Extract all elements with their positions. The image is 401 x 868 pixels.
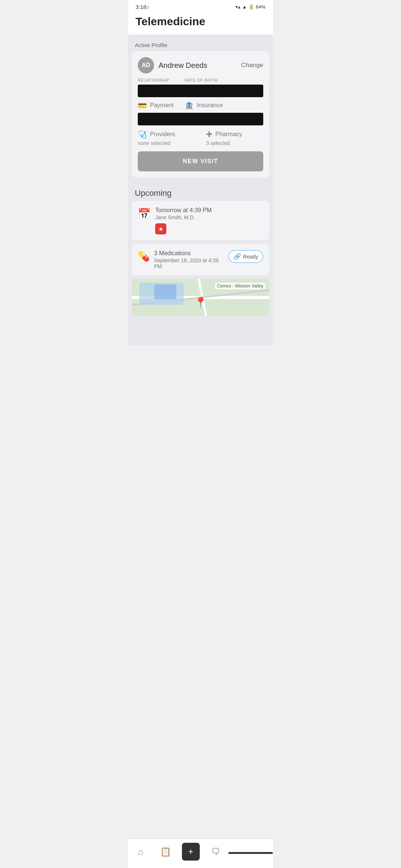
pharmacy-status: 3 selected xyxy=(206,140,263,146)
appointment-row: 📅 Tomorrow at 4:39 PM Jane Smith, M.D. ★ xyxy=(138,207,263,234)
signal-icon: ▲ xyxy=(242,4,247,10)
wifi-icon: ▾▴ xyxy=(235,4,241,10)
info-row: RELATIONSHIP DATE OF BIRTH xyxy=(138,78,263,97)
battery-percent: 64% xyxy=(256,4,265,10)
calendar-icon: 📅 xyxy=(138,208,151,220)
payment-icon: 💳 xyxy=(138,101,147,110)
medications-date: September 18, 2020 at 4:39 PM xyxy=(154,257,224,269)
avatar: AD xyxy=(138,57,154,73)
appointment-card[interactable]: 📅 Tomorrow at 4:39 PM Jane Smith, M.D. ★ xyxy=(132,201,269,240)
battery-icon: 🔋 xyxy=(248,4,254,10)
status-time: 3:18 xyxy=(136,4,146,10)
appointment-doctor: Jane Smith, M.D. xyxy=(155,214,263,220)
status-icons: ▾▴ ▲ 🔋 64% xyxy=(235,4,265,10)
pharmacy-header: ✚ Pharmacy xyxy=(206,130,263,139)
appointment-time: Tomorrow at 4:39 PM xyxy=(155,207,263,214)
medications-left: 💊 3 Medications September 18, 2020 at 4:… xyxy=(138,250,224,269)
appointment-badge: ★ xyxy=(155,223,166,234)
ready-icon: 🔗 xyxy=(234,253,241,260)
page-header: Telemedicine xyxy=(128,12,273,34)
page-title: Telemedicine xyxy=(136,15,265,28)
map-pin: 📍 xyxy=(194,296,207,309)
pharmacy-label: Pharmacy xyxy=(215,131,242,138)
providers-header: 🩺 Providers xyxy=(138,130,195,139)
status-signal-icon: ⎀ xyxy=(146,4,149,10)
appointment-info: Tomorrow at 4:39 PM Jane Smith, M.D. ★ xyxy=(155,207,263,234)
active-profile-label: Active Profile xyxy=(128,38,273,51)
dob-label: DATE OF BIRTH xyxy=(185,78,218,82)
providers-status: none selected xyxy=(138,140,195,146)
change-button[interactable]: Change xyxy=(241,62,263,69)
ready-label: Ready xyxy=(243,254,258,260)
payment-redacted xyxy=(138,113,263,125)
payment-label: Payment xyxy=(150,102,173,109)
providers-pharmacy-row: 🩺 Providers none selected ✚ Pharmacy 3 s… xyxy=(138,130,263,146)
upcoming-section: Upcoming 📅 Tomorrow at 4:39 PM Jane Smit… xyxy=(128,181,273,316)
ready-badge: 🔗 Ready xyxy=(228,250,263,263)
relationship-label: RELATIONSHIP xyxy=(138,78,170,82)
pharmacy-icon: ✚ xyxy=(206,130,212,139)
medications-info: 3 Medications September 18, 2020 at 4:39… xyxy=(154,250,224,269)
providers-icon: 🩺 xyxy=(138,130,147,139)
svg-rect-5 xyxy=(154,285,176,299)
pharmacy-item[interactable]: ✚ Pharmacy 3 selected xyxy=(206,130,263,146)
new-visit-button[interactable]: NEW VISIT xyxy=(138,151,263,171)
profile-row: AD Andrew Deeds Change xyxy=(138,57,263,73)
status-bar: 3:18 ⎀ ▾▴ ▲ 🔋 64% xyxy=(128,0,273,12)
map-place-label: Cemex - Mission Valley xyxy=(215,283,265,289)
upcoming-label: Upcoming xyxy=(128,185,273,201)
map-container: Cemex - Mission Valley 📍 xyxy=(132,279,269,316)
pill-icon: 💊 xyxy=(138,251,150,262)
payment-item[interactable]: 💳 Payment xyxy=(138,101,173,110)
medications-row: 💊 3 Medications September 18, 2020 at 4:… xyxy=(138,250,263,269)
profile-left: AD Andrew Deeds xyxy=(138,57,207,73)
medications-title: 3 Medications xyxy=(154,250,224,257)
insurance-icon: 🏦 xyxy=(185,101,194,110)
medications-card[interactable]: 💊 3 Medications September 18, 2020 at 4:… xyxy=(132,244,269,275)
insurance-label: Insurance xyxy=(197,102,223,109)
providers-item[interactable]: 🩺 Providers none selected xyxy=(138,130,195,146)
profile-name: Andrew Deeds xyxy=(159,61,207,70)
providers-label: Providers xyxy=(150,131,175,138)
active-profile-card: AD Andrew Deeds Change RELATIONSHIP DATE… xyxy=(132,51,269,177)
info-labels: RELATIONSHIP DATE OF BIRTH xyxy=(138,78,263,82)
asterisk-icon: ★ xyxy=(158,226,163,233)
insurance-item[interactable]: 🏦 Insurance xyxy=(185,101,223,110)
payment-insurance-row: 💳 Payment 🏦 Insurance xyxy=(138,101,263,110)
profile-info-redacted xyxy=(138,85,263,97)
main-content: Active Profile AD Andrew Deeds Change RE… xyxy=(128,34,273,346)
